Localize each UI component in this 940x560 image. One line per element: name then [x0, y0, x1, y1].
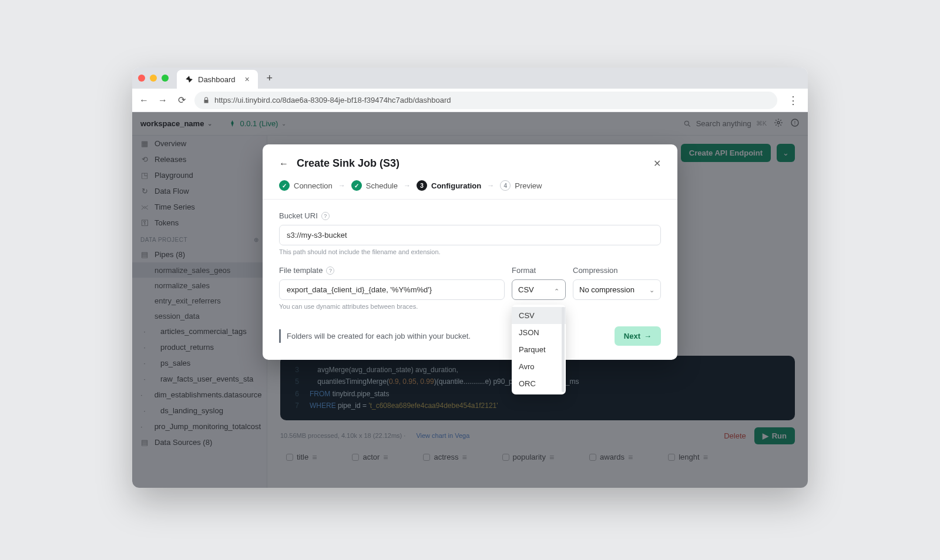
url-field[interactable]: https://ui.tinybird.co/8dae6a-8309-84je-…	[194, 92, 777, 109]
tab-bar: Dashboard × +	[132, 68, 808, 89]
bucket-uri-input[interactable]	[279, 225, 661, 245]
lock-icon	[203, 97, 210, 104]
chevron-up-icon	[554, 285, 559, 294]
browser-tab[interactable]: Dashboard ×	[177, 70, 258, 89]
format-option[interactable]: Parquet	[512, 341, 566, 358]
help-icon[interactable]: ?	[321, 212, 330, 220]
modal-title: Create Sink Job (S3)	[297, 157, 400, 170]
browser-window: Dashboard × + ← → ⟳ https://ui.tinybird.…	[132, 68, 808, 488]
create-sink-modal: ← Create Sink Job (S3) ✕ ✓Connection → ✓…	[263, 144, 677, 360]
favicon-icon	[185, 75, 193, 83]
address-bar: ← → ⟳ https://ui.tinybird.co/8dae6a-8309…	[132, 89, 808, 112]
tab-close-icon[interactable]: ×	[245, 75, 250, 84]
compression-select[interactable]: No compression	[573, 279, 661, 300]
url-text: https://ui.tinybird.co/8dae6a-8309-84je-…	[214, 96, 451, 104]
new-tab-button[interactable]: +	[263, 71, 277, 85]
file-template-input[interactable]	[279, 279, 505, 300]
nav-reload-icon[interactable]: ⟳	[176, 95, 187, 106]
stepper: ✓Connection → ✓Schedule → 3Configuration…	[263, 170, 677, 200]
format-option[interactable]: JSON	[512, 324, 566, 341]
format-dropdown: CSVJSONParquetAvroORC	[512, 305, 566, 394]
tab-title: Dashboard	[198, 75, 236, 84]
format-label: Format	[512, 266, 566, 275]
step-preview[interactable]: 4Preview	[500, 180, 542, 191]
traffic-lights	[138, 75, 169, 82]
compression-label: Compression	[573, 266, 661, 275]
window-close[interactable]	[138, 75, 145, 82]
next-button[interactable]: Next →	[615, 326, 661, 346]
window-max[interactable]	[162, 75, 169, 82]
modal-back-icon[interactable]: ←	[279, 158, 288, 169]
bucket-hint: This path should not include the filenam…	[279, 248, 661, 255]
app-shell: workspace_name ⌄ 0.0.1 (Live) ⌄ Search a…	[132, 112, 808, 488]
nav-forward-icon[interactable]: →	[157, 95, 169, 106]
format-option[interactable]: Avro	[512, 358, 566, 375]
help-icon[interactable]: ?	[326, 266, 334, 275]
browser-more-icon[interactable]: ⋮	[784, 94, 802, 107]
step-schedule[interactable]: ✓Schedule	[351, 180, 398, 191]
template-hint: You can use dynamic attributes between b…	[279, 303, 505, 310]
step-configuration[interactable]: 3Configuration	[417, 180, 481, 191]
window-min[interactable]	[150, 75, 157, 82]
chevron-down-icon	[649, 285, 654, 294]
arrow-right-icon: →	[338, 181, 345, 190]
arrow-right-icon: →	[404, 181, 411, 190]
arrow-right-icon: →	[644, 332, 652, 340]
format-option[interactable]: CSV	[512, 307, 566, 324]
bucket-label: Bucket URI	[279, 211, 318, 220]
format-option[interactable]: ORC	[512, 375, 566, 392]
info-message: Folders will be created for each job wit…	[279, 329, 471, 343]
modal-close-icon[interactable]: ✕	[653, 158, 661, 169]
scrollbar[interactable]	[562, 307, 565, 392]
template-label: File template	[279, 266, 323, 275]
nav-back-icon[interactable]: ←	[138, 95, 150, 106]
step-connection[interactable]: ✓Connection	[279, 180, 333, 191]
arrow-right-icon: →	[487, 181, 494, 190]
format-select[interactable]: CSV	[512, 279, 566, 300]
